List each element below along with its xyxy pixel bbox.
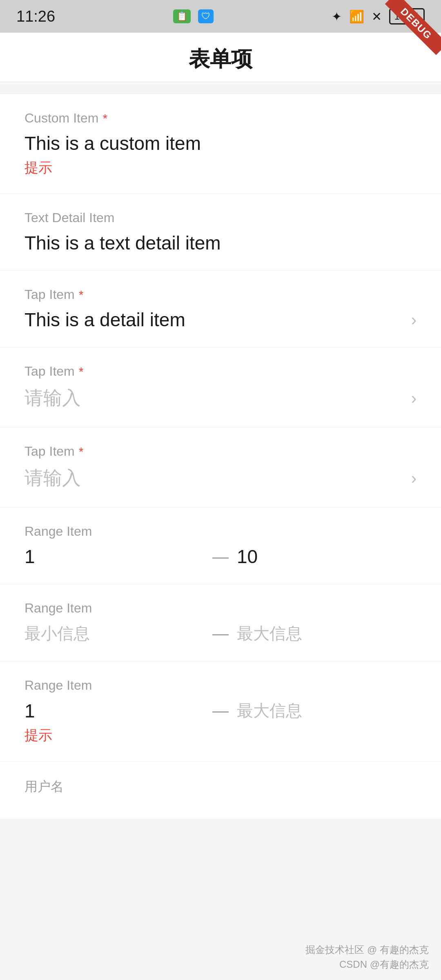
value-tap-1: This is a detail item	[24, 309, 185, 331]
range-1-max[interactable]: 10	[237, 546, 416, 568]
debug-ribbon	[384, 0, 441, 57]
tap-2-row[interactable]: 请输入 ›	[24, 385, 416, 411]
placeholder-tap-3: 请输入	[24, 466, 81, 491]
form-item-tap-3[interactable]: Tap Item * 请输入 ›	[0, 428, 441, 508]
range-1-row: 1 — 10	[24, 546, 416, 568]
x-icon: ✕	[372, 9, 382, 24]
form-item-range-2: Range Item 最小信息 — 最大信息	[0, 584, 441, 662]
status-icons: 📋 🛡	[173, 9, 214, 23]
form-item-tap-2[interactable]: Tap Item * 请输入 ›	[0, 347, 441, 428]
form-item-username: 用户名	[0, 762, 441, 819]
label-range-3: Range Item	[24, 678, 416, 693]
page-title: 表单项	[0, 45, 441, 74]
label-tap-3: Tap Item *	[24, 444, 416, 459]
label-username: 用户名	[24, 778, 416, 796]
label-range-1: Range Item	[24, 524, 416, 539]
label-text-detail: Text Detail Item	[24, 210, 416, 225]
status-bar: 11:26 📋 🛡 ✦ 📶 ✕ 100%	[0, 0, 441, 33]
hint-custom[interactable]: 提示	[24, 158, 416, 177]
label-tap-2: Tap Item *	[24, 364, 416, 379]
form-item-range-3: Range Item 1 — 最大信息 提示	[0, 662, 441, 762]
wifi-icon: 📶	[349, 9, 364, 24]
tap-1-row[interactable]: This is a detail item ›	[24, 309, 416, 331]
range-3-row: 1 — 最大信息	[24, 699, 416, 722]
required-star-custom: *	[102, 111, 107, 125]
icon-box-green: 📋	[173, 9, 191, 23]
form-item-range-1: Range Item 1 — 10	[0, 508, 441, 584]
footer-line1: 掘金技术社区 @ 有趣的杰克	[305, 942, 429, 957]
chevron-icon-tap-2: ›	[411, 389, 416, 408]
placeholder-tap-2: 请输入	[24, 385, 81, 411]
range-3-min[interactable]: 1	[24, 700, 204, 722]
tap-3-row[interactable]: 请输入 ›	[24, 466, 416, 491]
label-range-2: Range Item	[24, 601, 416, 616]
label-custom: Custom Item *	[24, 111, 416, 126]
icon-box-blue: 🛡	[198, 9, 214, 23]
range-2-row: 最小信息 — 最大信息	[24, 622, 416, 645]
value-text-detail: This is a text detail item	[24, 232, 416, 254]
form-content: Custom Item * This is a custom item 提示 T…	[0, 94, 441, 819]
value-custom[interactable]: This is a custom item	[24, 132, 416, 154]
chevron-icon-tap-3: ›	[411, 469, 416, 488]
range-3-max[interactable]: 最大信息	[237, 699, 416, 722]
footer-watermark: 掘金技术社区 @ 有趣的杰克 CSDN @有趣的杰克	[305, 942, 429, 972]
status-time: 11:26	[16, 8, 55, 25]
required-star-tap-2: *	[79, 365, 84, 379]
label-tap-1: Tap Item *	[24, 287, 416, 302]
footer-line2: CSDN @有趣的杰克	[305, 957, 429, 972]
form-item-tap-1[interactable]: Tap Item * This is a detail item ›	[0, 271, 441, 347]
required-star-tap-1: *	[79, 288, 84, 302]
page-header: 表单项	[0, 33, 441, 82]
range-2-min[interactable]: 最小信息	[24, 622, 204, 645]
form-item-custom: Custom Item * This is a custom item 提示	[0, 94, 441, 194]
chevron-icon-tap-1: ›	[411, 311, 416, 329]
required-star-tap-3: *	[79, 445, 84, 459]
range-dash-3: —	[204, 702, 237, 720]
range-dash-1: —	[204, 548, 237, 566]
range-1-min[interactable]: 1	[24, 546, 204, 568]
bluetooth-icon: ✦	[332, 9, 342, 24]
hint-range-3[interactable]: 提示	[24, 726, 416, 745]
form-item-text-detail: Text Detail Item This is a text detail i…	[0, 194, 441, 271]
range-dash-2: —	[204, 624, 237, 643]
range-2-max[interactable]: 最大信息	[237, 622, 416, 645]
